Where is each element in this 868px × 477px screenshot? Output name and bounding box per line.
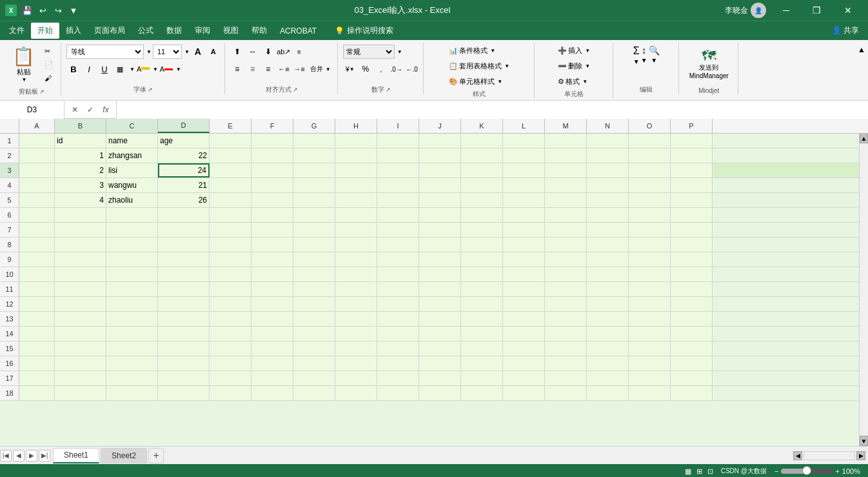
row-num-12[interactable]: 12 <box>0 297 19 311</box>
cell-f1[interactable] <box>252 134 293 148</box>
clipboard-expand-icon[interactable]: ↗ <box>39 88 44 95</box>
row-num-13[interactable]: 13 <box>0 312 19 326</box>
cell-e18[interactable] <box>210 386 252 400</box>
cell-o17[interactable] <box>629 371 671 385</box>
cell-m8[interactable] <box>545 238 587 252</box>
cell-h12[interactable] <box>335 297 377 311</box>
cell-b10[interactable] <box>55 267 106 281</box>
cell-i17[interactable] <box>377 371 419 385</box>
row-num-9[interactable]: 9 <box>0 252 19 267</box>
cell-h11[interactable] <box>335 282 377 296</box>
row-num-15[interactable]: 15 <box>0 341 19 356</box>
decrease-indent-button[interactable]: ←≡ <box>277 62 291 76</box>
row-num-18[interactable]: 18 <box>0 386 19 400</box>
cell-e9[interactable] <box>210 252 252 267</box>
align-right-button[interactable]: ≡ <box>261 62 275 76</box>
cell-d15[interactable] <box>158 341 210 356</box>
wrap-text-button[interactable]: ≡ <box>292 45 306 59</box>
align-left-button[interactable]: ≡ <box>230 62 244 76</box>
cell-k14[interactable] <box>461 327 503 341</box>
cell-a18[interactable] <box>19 386 55 400</box>
cell-p6[interactable] <box>671 208 713 222</box>
cell-b4[interactable]: 3 <box>55 178 106 192</box>
cell-g16[interactable] <box>293 356 335 370</box>
close-button[interactable]: ✕ <box>833 0 863 21</box>
cell-n14[interactable] <box>587 327 629 341</box>
cell-g3[interactable] <box>293 163 335 178</box>
cell-j17[interactable] <box>419 371 461 385</box>
align-top-button[interactable]: ⬆ <box>230 45 244 59</box>
table-format-button[interactable]: 📋 套用表格格式 ▼ <box>446 59 513 73</box>
cell-n13[interactable] <box>587 312 629 326</box>
cell-g11[interactable] <box>293 282 335 296</box>
cell-j5[interactable] <box>419 193 461 207</box>
cell-f11[interactable] <box>252 282 293 296</box>
cell-a11[interactable] <box>19 282 55 296</box>
cell-f6[interactable] <box>252 208 293 222</box>
row-num-5[interactable]: 5 <box>0 193 19 207</box>
mindmanager-button[interactable]: 🗺 发送到 MindManager <box>686 46 733 82</box>
cell-b14[interactable] <box>55 327 106 341</box>
cell-k12[interactable] <box>461 297 503 311</box>
cell-m10[interactable] <box>545 267 587 281</box>
cell-k16[interactable] <box>461 356 503 370</box>
cell-b12[interactable] <box>55 297 106 311</box>
row-num-4[interactable]: 4 <box>0 178 19 192</box>
vertical-scrollbar[interactable]: ▲ ▼ <box>859 133 868 446</box>
cell-o9[interactable] <box>629 252 671 267</box>
alignment-expand-icon[interactable]: ↗ <box>293 86 298 93</box>
cell-j10[interactable] <box>419 267 461 281</box>
cell-a12[interactable] <box>19 297 55 311</box>
cell-h6[interactable] <box>335 208 377 222</box>
cell-h16[interactable] <box>335 356 377 370</box>
decrease-font-button[interactable]: A <box>206 45 221 59</box>
row-num-16[interactable]: 16 <box>0 356 19 370</box>
cell-c10[interactable] <box>106 267 158 281</box>
cell-b17[interactable] <box>55 371 106 385</box>
cell-c15[interactable] <box>106 341 158 356</box>
cell-f16[interactable] <box>252 356 293 370</box>
next-sheet-button[interactable]: ▶ <box>26 450 37 462</box>
cell-c11[interactable] <box>106 282 158 296</box>
cell-h1[interactable] <box>335 134 377 148</box>
first-sheet-button[interactable]: |◀ <box>0 450 12 462</box>
cell-p4[interactable] <box>671 178 713 192</box>
cell-h15[interactable] <box>335 341 377 356</box>
cell-b16[interactable] <box>55 356 106 370</box>
cell-e14[interactable] <box>210 327 252 341</box>
scroll-track[interactable] <box>860 143 868 436</box>
scroll-right-button[interactable]: ▶ <box>856 451 865 460</box>
cut-button[interactable]: ✂ <box>41 45 57 57</box>
menu-home[interactable]: 开始 <box>31 23 59 39</box>
cell-i9[interactable] <box>377 252 419 267</box>
row-num-14[interactable]: 14 <box>0 327 19 341</box>
cell-j4[interactable] <box>419 178 461 192</box>
cell-f10[interactable] <box>252 267 293 281</box>
row-num-1[interactable]: 1 <box>0 134 19 148</box>
cell-o10[interactable] <box>629 267 671 281</box>
cell-k9[interactable] <box>461 252 503 267</box>
cell-d10[interactable] <box>158 267 210 281</box>
increase-font-button[interactable]: A <box>191 45 205 59</box>
cell-e17[interactable] <box>210 371 252 385</box>
cell-d11[interactable] <box>158 282 210 296</box>
cell-g7[interactable] <box>293 223 335 237</box>
cell-d4[interactable]: 21 <box>158 178 210 192</box>
cell-p11[interactable] <box>671 282 713 296</box>
cell-a7[interactable] <box>19 223 55 237</box>
cell-p9[interactable] <box>671 252 713 267</box>
number-expand-icon[interactable]: ↗ <box>386 86 391 93</box>
cell-e12[interactable] <box>210 297 252 311</box>
cell-b7[interactable] <box>55 223 106 237</box>
cell-n5[interactable] <box>587 193 629 207</box>
cell-d9[interactable] <box>158 252 210 267</box>
add-sheet-button[interactable]: + <box>148 448 164 463</box>
increase-indent-button[interactable]: →≡ <box>292 62 306 76</box>
italic-button[interactable]: I <box>82 62 96 76</box>
cell-p12[interactable] <box>671 297 713 311</box>
cell-p15[interactable] <box>671 341 713 356</box>
cell-h7[interactable] <box>335 223 377 237</box>
cell-k15[interactable] <box>461 341 503 356</box>
cell-h3[interactable] <box>335 163 377 178</box>
zoom-slider[interactable] <box>781 469 833 474</box>
